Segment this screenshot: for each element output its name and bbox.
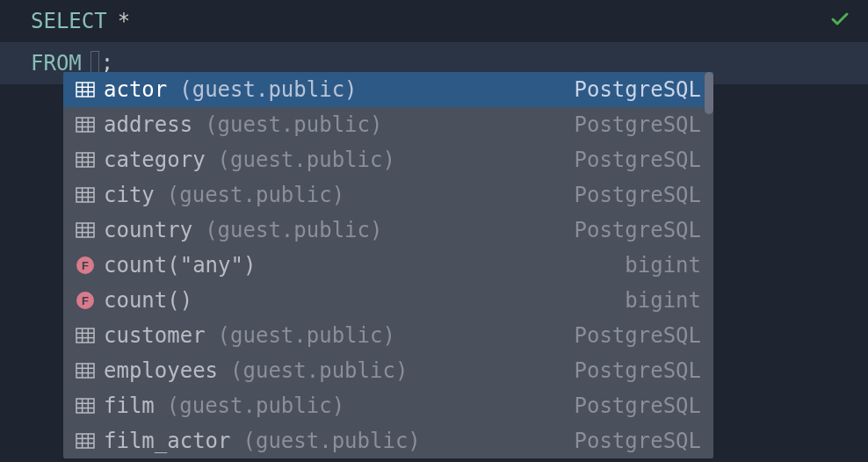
autocomplete-item-name: count("any") <box>104 253 256 278</box>
autocomplete-item[interactable]: city(guest.public)PostgreSQL <box>63 177 713 213</box>
autocomplete-item[interactable]: employees(guest.public)PostgreSQL <box>63 353 713 388</box>
autocomplete-item-name: city <box>104 183 155 207</box>
check-icon <box>829 9 850 35</box>
autocomplete-item-name: country <box>104 218 192 242</box>
svg-rect-44 <box>76 434 94 448</box>
autocomplete-item-name: film_actor <box>104 429 231 453</box>
autocomplete-item-qualifier: (guest.public) <box>230 358 408 383</box>
autocomplete-item[interactable]: F count()bigint <box>63 283 713 318</box>
autocomplete-item-name: actor <box>104 77 167 102</box>
svg-rect-29 <box>76 328 94 343</box>
autocomplete-item[interactable]: actor(guest.public)PostgreSQL <box>63 72 713 107</box>
table-icon <box>76 361 95 380</box>
autocomplete-item[interactable]: F count("any")bigint <box>63 248 713 283</box>
autocomplete-item-qualifier: (guest.public) <box>179 77 357 102</box>
autocomplete-item-type: PostgreSQL <box>575 429 702 453</box>
autocomplete-item-type: PostgreSQL <box>575 112 702 137</box>
autocomplete-item[interactable]: country(guest.public)PostgreSQL <box>63 213 713 248</box>
autocomplete-item-qualifier: (guest.public) <box>243 429 421 453</box>
autocomplete-popup: actor(guest.public)PostgreSQL address(gu… <box>63 72 713 458</box>
autocomplete-item-type: bigint <box>625 253 701 278</box>
table-icon <box>76 185 95 205</box>
autocomplete-item-name: category <box>104 148 206 172</box>
sql-asterisk: * <box>118 5 130 37</box>
autocomplete-item-name: film <box>104 393 155 418</box>
autocomplete-item-qualifier: (guest.public) <box>218 323 395 348</box>
autocomplete-item-name: address <box>104 112 192 137</box>
autocomplete-item-type: PostgreSQL <box>575 148 702 172</box>
autocomplete-item-name: customer <box>104 323 206 348</box>
scrollbar-thumb[interactable] <box>705 72 713 114</box>
svg-rect-39 <box>76 399 94 413</box>
function-icon: F <box>76 256 95 275</box>
svg-rect-5 <box>76 118 94 132</box>
autocomplete-item-qualifier: (guest.public) <box>205 218 382 242</box>
autocomplete-item-type: PostgreSQL <box>575 323 702 348</box>
autocomplete-item-qualifier: (guest.public) <box>218 148 395 172</box>
autocomplete-item[interactable]: customer(guest.public)PostgreSQL <box>63 318 713 353</box>
table-icon <box>76 80 95 99</box>
autocomplete-item[interactable]: address(guest.public)PostgreSQL <box>63 107 713 142</box>
autocomplete-item-qualifier: (guest.public) <box>167 183 344 207</box>
svg-rect-0 <box>76 83 94 97</box>
autocomplete-item[interactable]: category(guest.public)PostgreSQL <box>63 142 713 177</box>
table-icon <box>76 431 95 451</box>
autocomplete-item-type: PostgreSQL <box>575 358 702 383</box>
svg-text:F: F <box>82 294 89 307</box>
function-icon: F <box>76 291 95 310</box>
autocomplete-item-type: bigint <box>625 288 701 313</box>
autocomplete-item-qualifier: (guest.public) <box>167 393 344 418</box>
table-icon <box>76 115 95 134</box>
autocomplete-item-type: PostgreSQL <box>575 218 702 242</box>
svg-rect-10 <box>76 153 94 167</box>
autocomplete-item-type: PostgreSQL <box>575 393 702 418</box>
autocomplete-item[interactable]: film_actor(guest.public)PostgreSQL <box>63 423 713 458</box>
svg-text:F: F <box>82 259 89 272</box>
sql-keyword-select: SELECT <box>31 5 107 37</box>
editor-line-1[interactable]: SELECT * <box>0 0 868 42</box>
svg-rect-15 <box>76 188 94 202</box>
svg-rect-20 <box>76 223 94 237</box>
table-icon <box>76 396 95 415</box>
autocomplete-item-type: PostgreSQL <box>575 77 702 102</box>
autocomplete-item-qualifier: (guest.public) <box>205 112 382 137</box>
table-icon <box>76 220 95 240</box>
table-icon <box>76 326 95 345</box>
autocomplete-item[interactable]: film(guest.public)PostgreSQL <box>63 388 713 423</box>
autocomplete-item-name: employees <box>104 358 218 383</box>
svg-rect-34 <box>76 364 94 378</box>
table-icon <box>76 150 95 170</box>
autocomplete-item-name: count() <box>104 288 192 313</box>
autocomplete-item-type: PostgreSQL <box>575 183 702 207</box>
